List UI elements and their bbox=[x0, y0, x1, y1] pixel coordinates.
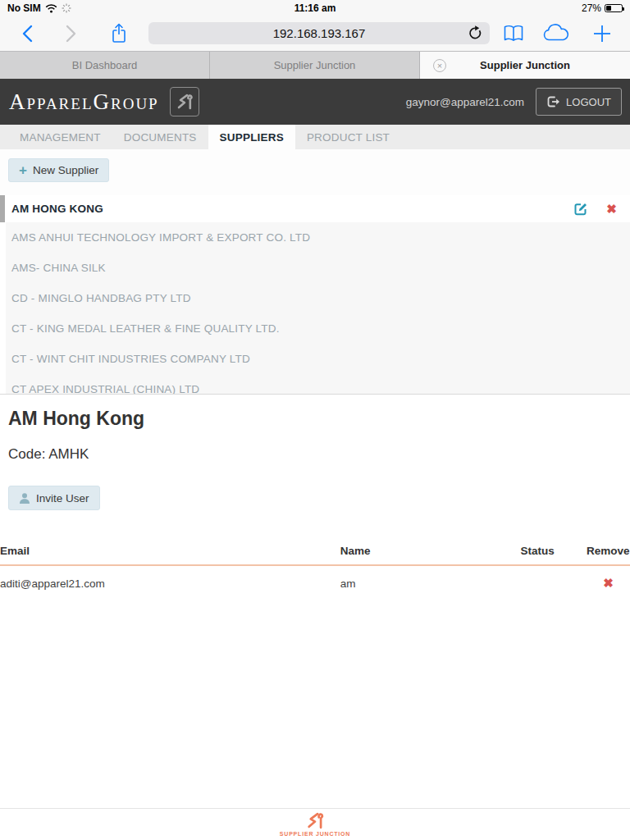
table-header-row: Email Name Status Remove bbox=[0, 540, 630, 565]
url-text: 192.168.193.167 bbox=[273, 26, 366, 40]
nav-label: SUPPLIERS bbox=[220, 131, 284, 144]
user-status-cell bbox=[520, 565, 587, 596]
remove-user-icon[interactable]: ✖ bbox=[603, 576, 614, 590]
column-header-remove: Remove bbox=[587, 540, 630, 565]
supplier-row[interactable]: CT APEX INDUSTRIAL (CHINA) LTD bbox=[6, 374, 630, 395]
nav-label: PRODUCT LIST bbox=[307, 131, 390, 144]
new-supplier-label: New Supplier bbox=[33, 164, 98, 176]
supplier-list: AM HONG KONG ✖ AMS ANHUI TECHNOLOGY IMPO… bbox=[0, 195, 630, 395]
list-scrollbar-thumb[interactable] bbox=[0, 195, 5, 222]
new-tab-icon[interactable] bbox=[592, 24, 612, 43]
supplier-name: AMS- CHINA SILK bbox=[11, 262, 106, 274]
supplier-junction-logo-icon bbox=[170, 87, 199, 116]
nav-label: MANAGEMENT bbox=[20, 131, 101, 144]
browser-tab-supplier-junction-1[interactable]: Supplier Junction bbox=[210, 52, 420, 79]
supplier-row-am-hong-kong[interactable]: AM HONG KONG ✖ bbox=[6, 195, 630, 222]
ios-status-bar: No SIM 11:16 am 27% bbox=[0, 0, 630, 16]
user-name-cell: am bbox=[340, 565, 521, 596]
supplier-name: CT - KING MEDAL LEATHER & FINE QUALITY L… bbox=[11, 322, 280, 335]
supplier-name: AMS ANHUI TECHNOLOGY IMPORT & EXPORT CO.… bbox=[11, 231, 310, 244]
supplier-row[interactable]: AMS- CHINA SILK bbox=[6, 253, 630, 283]
wifi-icon bbox=[45, 4, 57, 13]
invite-user-label: Invite User bbox=[36, 492, 89, 504]
supplier-name: CD - MINGLO HANDBAG PTY LTD bbox=[11, 292, 191, 304]
bookmarks-icon[interactable] bbox=[503, 24, 524, 43]
battery-icon bbox=[605, 4, 623, 12]
supplier-row[interactable]: CD - MINGLO HANDBAG PTY LTD bbox=[6, 283, 630, 313]
supplier-code: Code: AMHK bbox=[8, 446, 630, 463]
nav-label: DOCUMENTS bbox=[124, 131, 197, 144]
safari-toolbar: 192.168.193.167 bbox=[0, 16, 630, 51]
logout-icon bbox=[546, 95, 560, 108]
refresh-icon[interactable] bbox=[468, 25, 482, 41]
column-header-email: Email bbox=[0, 540, 340, 565]
column-header-name: Name bbox=[340, 540, 521, 565]
share-icon[interactable] bbox=[110, 22, 128, 45]
nav-tab-management[interactable]: MANAGEMENT bbox=[8, 125, 112, 149]
invited-users-table: Email Name Status Remove aditi@apparel21… bbox=[0, 540, 630, 596]
tab-close-icon[interactable]: × bbox=[433, 59, 446, 72]
browser-tab-bi-dashboard[interactable]: BI Dashboard bbox=[0, 52, 210, 79]
app-nav-bar: MANAGEMENT DOCUMENTS SUPPLIERS PRODUCT L… bbox=[0, 125, 630, 149]
tab-label: Supplier Junction bbox=[274, 59, 356, 71]
logout-button[interactable]: LOGOUT bbox=[536, 88, 622, 116]
page-footer: SUPPLIER JUNCTION bbox=[0, 808, 630, 840]
footer-brand-label: SUPPLIER JUNCTION bbox=[280, 831, 350, 837]
icloud-tabs-icon[interactable] bbox=[542, 24, 570, 43]
supplier-junction-footer-icon bbox=[305, 811, 325, 830]
tab-label: BI Dashboard bbox=[72, 59, 138, 71]
nav-tab-product-list[interactable]: PRODUCT LIST bbox=[295, 125, 401, 149]
plus-icon: + bbox=[19, 163, 27, 177]
edit-supplier-icon[interactable] bbox=[574, 202, 588, 216]
supplier-name: AM HONG KONG bbox=[11, 203, 103, 215]
clock: 11:16 am bbox=[0, 2, 630, 14]
nav-tab-documents[interactable]: DOCUMENTS bbox=[112, 125, 208, 149]
supplier-detail-panel: AM Hong Kong Code: AMHK Invite User Emai… bbox=[0, 395, 630, 808]
address-bar[interactable]: 192.168.193.167 bbox=[148, 22, 490, 44]
tab-label: Supplier Junction bbox=[480, 59, 570, 71]
user-email-cell: aditi@apparel21.com bbox=[0, 565, 340, 596]
browser-tab-supplier-junction-active[interactable]: × Supplier Junction bbox=[420, 52, 630, 79]
carrier-label: No SIM bbox=[7, 2, 41, 14]
back-button[interactable] bbox=[21, 25, 33, 43]
network-activity-spinner-icon bbox=[62, 3, 71, 13]
supplier-row[interactable]: AMS ANHUI TECHNOLOGY IMPORT & EXPORT CO.… bbox=[6, 222, 630, 253]
safari-tab-bar: BI Dashboard Supplier Junction × Supplie… bbox=[0, 51, 630, 79]
invite-user-button[interactable]: Invite User bbox=[8, 486, 100, 510]
supplier-name: CT APEX INDUSTRIAL (CHINA) LTD bbox=[11, 383, 199, 395]
supplier-row[interactable]: CT - WINT CHIT INDUSTRIES COMPANY LTD bbox=[6, 344, 630, 374]
supplier-name: CT - WINT CHIT INDUSTRIES COMPANY LTD bbox=[11, 353, 250, 365]
logout-label: LOGOUT bbox=[566, 96, 611, 108]
supplier-row[interactable]: CT - KING MEDAL LEATHER & FINE QUALITY L… bbox=[6, 313, 630, 344]
delete-supplier-icon[interactable]: ✖ bbox=[606, 203, 617, 215]
column-header-status: Status bbox=[520, 540, 587, 565]
table-row: aditi@apparel21.com am ✖ bbox=[0, 565, 630, 596]
supplier-detail-title: AM Hong Kong bbox=[8, 408, 630, 430]
app-header: ApparelGroup gaynor@apparel21.com LOGOUT bbox=[0, 79, 630, 125]
forward-button[interactable] bbox=[66, 25, 77, 43]
nav-tab-suppliers[interactable]: SUPPLIERS bbox=[208, 125, 295, 149]
user-email: gaynor@apparel21.com bbox=[406, 96, 524, 108]
apparelgroup-logo: ApparelGroup bbox=[9, 91, 159, 113]
battery-percent: 27% bbox=[582, 2, 601, 14]
new-supplier-button[interactable]: + New Supplier bbox=[8, 158, 109, 182]
supplier-actions-row: + New Supplier bbox=[0, 149, 630, 195]
person-icon bbox=[19, 492, 30, 504]
